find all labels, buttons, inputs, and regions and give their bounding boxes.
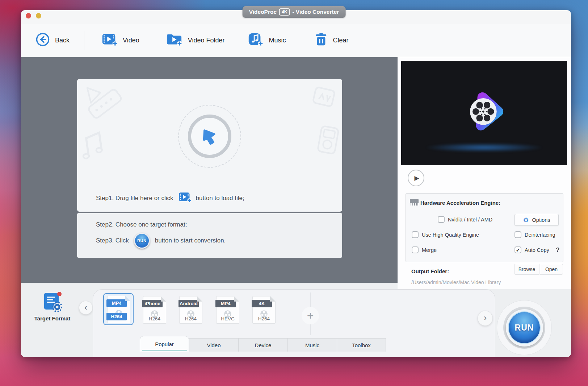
back-label: Back — [55, 37, 70, 44]
run-button[interactable]: RUN — [508, 311, 541, 344]
format-card-4k-h264[interactable]: 4K H264 — [252, 296, 276, 324]
step3-instruction: Step3. Click RUN button to start convers… — [96, 233, 342, 249]
format-card-codec: H264 — [180, 316, 202, 321]
run-button-inner-ring: RUN — [506, 309, 543, 346]
format-card-iphone-h264[interactable]: iPhone H264 — [143, 296, 166, 324]
play-icon: ▶ — [414, 174, 419, 182]
high-quality-engine-option[interactable]: Use High Quality Engine — [412, 231, 479, 238]
add-video-folder-button[interactable]: Video Folder — [165, 31, 225, 50]
format-card-title: iPhone — [142, 300, 163, 307]
main-panel: Step1. Drag file here or click button to… — [21, 57, 398, 283]
help-icon[interactable]: ? — [556, 246, 559, 254]
high-quality-engine-checkbox[interactable] — [412, 231, 419, 238]
back-icon — [35, 32, 50, 49]
hardware-acceleration-title: Hardware Acceleration Engine: — [420, 200, 500, 206]
auto-copy-option[interactable]: ✓ Auto Copy — [514, 246, 549, 253]
hardware-settings-panel: Hardware Acceleration Engine: Nvidia / I… — [406, 193, 563, 262]
chevron-right-icon: › — [484, 314, 487, 322]
load-file-icon[interactable] — [178, 190, 192, 206]
open-button[interactable]: Open — [540, 264, 563, 275]
auto-copy-label: Auto Copy — [525, 247, 549, 253]
toolbar-divider — [84, 31, 84, 50]
options-button[interactable]: ⚙ Options — [514, 214, 559, 226]
tab-toolbox[interactable]: Toolbox — [337, 338, 386, 352]
add-format-button[interactable]: + — [302, 307, 319, 324]
options-label: Options — [532, 217, 550, 223]
tab-music[interactable]: Music — [287, 338, 337, 352]
plus-icon: + — [307, 309, 314, 323]
deinterlacing-option[interactable]: Deinterlacing — [514, 231, 555, 238]
toolbar: Back Video Video Folder Music Clear — [21, 24, 571, 57]
format-card-mp4-h264-selected[interactable]: MP4 H264 — [103, 293, 134, 325]
nvidia-intel-amd-option[interactable]: Nvidia / Intel / AMD — [438, 216, 492, 223]
high-quality-engine-label: Use High Quality Engine — [422, 232, 479, 238]
format-card-title: MP4 — [215, 300, 236, 307]
add-music-button[interactable]: Music — [247, 31, 286, 50]
right-panel: ▶ Hardware Acceleration Engine: Nvidia /… — [398, 57, 571, 289]
clear-label: Clear — [333, 37, 349, 44]
step3-text-suffix: button to start conversion. — [155, 237, 226, 244]
nvidia-intel-amd-label: Nvidia / Intel / AMD — [448, 217, 492, 223]
format-card-mp4-hevc[interactable]: MP4 HEVC — [216, 296, 239, 324]
steps-panel: Step2. Choose one target format; Step3. … — [77, 213, 342, 258]
trash-icon — [314, 32, 328, 49]
format-card-codec: H264 — [106, 313, 127, 320]
target-format-section[interactable]: Target Format — [26, 291, 79, 321]
format-card-title: MP4 — [106, 299, 127, 307]
step1-instruction: Step1. Drag file here or click button to… — [96, 190, 244, 206]
drag-drop-zone[interactable]: Step1. Drag file here or click button to… — [77, 79, 342, 212]
format-card-title: Android — [178, 300, 199, 307]
music-label: Music — [269, 37, 286, 44]
logo-glow — [424, 143, 544, 152]
format-card-codec: H264 — [143, 316, 166, 321]
scroll-formats-right-button[interactable]: › — [478, 311, 493, 326]
window-title: VideoProc 4K - Video Converter — [243, 6, 346, 18]
merge-checkbox[interactable] — [412, 246, 419, 253]
video-folder-add-icon — [165, 31, 183, 50]
video-folder-label: Video Folder — [188, 37, 225, 44]
chevron-left-icon: ‹ — [84, 303, 87, 312]
run-button-platform: RUN — [497, 300, 552, 355]
tab-popular[interactable]: Popular — [140, 336, 189, 352]
format-card-android-h264[interactable]: Android H264 — [179, 296, 202, 324]
deinterlacing-checkbox[interactable] — [514, 231, 521, 238]
target-format-icon — [43, 307, 62, 313]
browse-button[interactable]: Browse — [514, 264, 539, 275]
format-card-title: 4K — [252, 300, 272, 307]
tab-device[interactable]: Device — [238, 338, 287, 352]
run-button-ring: RUN — [503, 307, 545, 349]
step2-instruction: Step2. Choose one target format; — [96, 221, 342, 228]
format-card-codec: H264 — [253, 316, 275, 321]
gear-icon: ⚙ — [523, 217, 529, 223]
auto-copy-checkbox[interactable]: ✓ — [514, 246, 521, 253]
scroll-formats-left-button[interactable]: ‹ — [79, 301, 93, 315]
step1-text-suffix: button to load file; — [196, 195, 244, 202]
cursor-arrow-icon — [201, 128, 218, 148]
minimize-window-button[interactable] — [36, 13, 41, 18]
back-button[interactable]: Back — [35, 32, 70, 49]
deinterlacing-label: Deinterlacing — [525, 232, 555, 238]
nvidia-intel-amd-checkbox[interactable] — [438, 216, 445, 223]
video-label: Video — [123, 37, 139, 44]
output-folder-path: /Users/admin/Movies/Mac Video Library — [411, 279, 501, 285]
step3-text-prefix: Step3. Click — [96, 237, 129, 244]
output-folder-label: Output Folder: — [411, 268, 449, 274]
merge-option[interactable]: Merge — [412, 246, 437, 253]
window-title-rest: - Video Converter — [292, 9, 339, 15]
4k-badge: 4K — [279, 8, 290, 16]
window-title-app: VideoProc — [249, 9, 277, 15]
play-button[interactable]: ▶ — [408, 170, 424, 186]
category-tabs: Popular Video Device Music Toolbox — [140, 338, 386, 352]
videoproc-logo — [461, 89, 508, 137]
merge-label: Merge — [422, 247, 437, 253]
watermark-media-player-icon — [315, 124, 341, 158]
music-add-icon — [247, 31, 264, 50]
chip-icon — [410, 199, 419, 208]
bottom-panel: Target Format ‹ MP4 H264 iPhone — [21, 283, 571, 357]
watermark-music-note-icon — [77, 127, 109, 166]
clear-button[interactable]: Clear — [314, 32, 349, 49]
add-video-button[interactable]: Video — [101, 31, 139, 50]
mini-run-icon: RUN — [134, 233, 150, 249]
close-window-button[interactable] — [26, 13, 31, 18]
tab-video[interactable]: Video — [189, 338, 238, 352]
